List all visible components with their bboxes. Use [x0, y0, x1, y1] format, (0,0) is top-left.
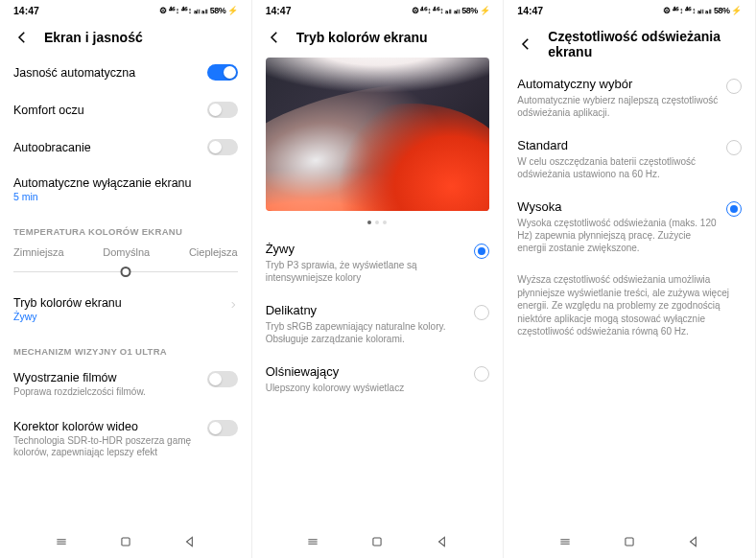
- toggle-auto-rotate[interactable]: [207, 139, 238, 155]
- row-color-mode[interactable]: Tryb kolorów ekranu Żywy: [13, 286, 238, 333]
- section-o1-ultra: MECHANIZM WIZYJNY O1 ULTRA: [13, 333, 238, 360]
- content: Żywy Tryb P3 sprawia, że wyświetlane są …: [252, 54, 504, 533]
- sub: Technologia SDR-to-HDR poszerza gamę kol…: [13, 435, 200, 459]
- row-sharpen-videos[interactable]: Wyostrzanie filmów Poprawa rozdzielczośc…: [13, 360, 238, 409]
- label: Wyostrzanie filmów: [13, 371, 200, 384]
- radio-high[interactable]: [726, 201, 742, 217]
- chevron-right-icon: [228, 296, 238, 306]
- option-standard[interactable]: Standard W celu oszczędzania baterii czę…: [517, 128, 742, 190]
- status-time: 14:47: [13, 5, 39, 16]
- color-preview-image: [266, 58, 490, 211]
- screen-color-mode: 14:47 ⚙ ⁴⁶↕ ⁴⁶↕ ₐₗₗ ₐₗₗ 58% ⚡ Tryb kolor…: [252, 0, 505, 558]
- app-bar: Ekran i jasność: [0, 19, 251, 54]
- status-icons: ⚙ ⁴⁶↕ ⁴⁶↕ ₐₗₗ ₐₗₗ 58% ⚡: [663, 6, 742, 15]
- radio-gentle[interactable]: [474, 305, 489, 320]
- nav-back-icon[interactable]: [436, 535, 449, 552]
- row-auto-rotate[interactable]: Autoobracanie: [13, 128, 238, 166]
- temp-warm: Cieplejsza: [189, 246, 238, 258]
- section-color-temperature: TEMPERATURA KOLORÓW EKRANU: [13, 213, 238, 241]
- page-title: Częstotliwość odświeżania ekranu: [548, 29, 742, 59]
- label: Żywy: [266, 242, 467, 256]
- label: Jasność automatyczna: [13, 66, 200, 80]
- nav-back-icon[interactable]: [183, 535, 197, 552]
- refresh-rate-note: Wyższa częstotliwość odświeżania umożliw…: [517, 264, 742, 348]
- sub: Poprawa rozdzielczości filmów.: [13, 386, 200, 399]
- status-bar: 14:47 ⚙ ⁴⁶↕ ⁴⁶↕ ₐₗₗ ₐₗₗ 58% ⚡: [252, 0, 504, 19]
- sub: Tryb P3 sprawia, że wyświetlane są inten…: [266, 259, 467, 284]
- page-title: Ekran i jasność: [44, 30, 143, 45]
- label: Delikatny: [266, 303, 467, 317]
- label: Automatyczne wyłączanie ekranu: [13, 176, 230, 190]
- sub: Ulepszony kolorowy wyświetlacz: [266, 382, 467, 394]
- back-icon[interactable]: [266, 29, 283, 46]
- nav-back-icon[interactable]: [687, 535, 700, 552]
- temperature-slider[interactable]: [13, 271, 238, 272]
- dot[interactable]: [383, 221, 387, 224]
- option-vivid[interactable]: Żywy Tryb P3 sprawia, że wyświetlane są …: [266, 232, 490, 293]
- dot[interactable]: [375, 221, 379, 224]
- label: Wysoka: [517, 199, 719, 214]
- nav-recent-icon[interactable]: [558, 535, 572, 552]
- radio-vivid[interactable]: [474, 244, 489, 259]
- dot[interactable]: [367, 221, 371, 224]
- label: Korektor kolorów wideo: [13, 420, 200, 433]
- svg-rect-1: [373, 538, 381, 546]
- nav-home-icon[interactable]: [370, 535, 384, 552]
- nav-bar: [0, 533, 251, 558]
- page-title: Tryb kolorów ekranu: [296, 30, 428, 45]
- status-icons: ⚙ ⁴⁶↕ ⁴⁶↕ ₐₗₗ ₐₗₗ 58% ⚡: [412, 6, 490, 15]
- label: Tryb kolorów ekranu: [13, 296, 221, 310]
- slider-thumb[interactable]: [120, 267, 130, 277]
- sub: Automatycznie wybierz najlepszą częstotl…: [517, 94, 719, 119]
- status-bar: 14:47 ⚙ ⁴⁶↕ ⁴⁶↕ ₐₗₗ ₐₗₗ 58% ⚡: [504, 0, 755, 19]
- row-eye-comfort[interactable]: Komfort oczu: [13, 91, 238, 128]
- status-time: 14:47: [266, 5, 292, 16]
- svg-rect-0: [122, 538, 130, 546]
- sub: W celu oszczędzania baterii częstotliwoś…: [517, 155, 719, 180]
- toggle-eye-comfort[interactable]: [207, 102, 238, 118]
- temp-cold: Zimniejsza: [13, 246, 64, 258]
- row-screen-timeout[interactable]: Automatyczne wyłączanie ekranu 5 min: [13, 166, 238, 213]
- label: Olśniewający: [266, 364, 467, 379]
- toggle-sharpen[interactable]: [207, 371, 238, 387]
- option-high[interactable]: Wysoka Wysoka częstotliwość odświeżania …: [517, 190, 742, 264]
- toggle-color-correct[interactable]: [207, 420, 238, 436]
- app-bar: Częstotliwość odświeżania ekranu: [504, 19, 755, 67]
- temperature-labels: Zimniejsza Domyślna Cieplejsza: [13, 241, 238, 266]
- radio-standard[interactable]: [726, 140, 742, 155]
- status-bar: 14:47 ⚙ ⁴⁶↕ ⁴⁶↕ ₐₗₗ ₐₗₗ 58% ⚡: [0, 0, 251, 19]
- sub: Tryb sRGB zapewniający naturalne kolory.…: [266, 320, 467, 345]
- temp-default: Domyślna: [103, 246, 150, 258]
- content: Jasność automatyczna Komfort oczu Autoob…: [0, 54, 251, 533]
- row-video-color-correct[interactable]: Korektor kolorów wideo Technologia SDR-t…: [13, 409, 238, 470]
- pager-dots: [266, 217, 490, 232]
- screen-refresh-rate: 14:47 ⚙ ⁴⁶↕ ⁴⁶↕ ₐₗₗ ₐₗₗ 58% ⚡ Częstotliw…: [504, 0, 756, 558]
- option-gentle[interactable]: Delikatny Tryb sRGB zapewniający natural…: [266, 293, 490, 355]
- label: Automatyczny wybór: [517, 77, 719, 91]
- value: Żywy: [13, 311, 221, 322]
- toggle-auto-brightness[interactable]: [207, 64, 238, 81]
- label: Standard: [517, 138, 719, 152]
- nav-recent-icon[interactable]: [306, 535, 319, 552]
- option-dazzling[interactable]: Olśniewający Ulepszony kolorowy wyświetl…: [266, 355, 490, 404]
- screen-display-brightness: 14:47 ⚙ ⁴⁶↕ ⁴⁶↕ ₐₗₗ ₐₗₗ 58% ⚡ Ekran i ja…: [0, 0, 252, 558]
- back-icon[interactable]: [517, 35, 534, 53]
- nav-recent-icon[interactable]: [55, 535, 68, 552]
- radio-auto[interactable]: [726, 79, 742, 94]
- app-bar: Tryb kolorów ekranu: [252, 19, 504, 54]
- option-auto[interactable]: Automatyczny wybór Automatycznie wybierz…: [517, 67, 742, 128]
- label: Komfort oczu: [13, 104, 200, 117]
- status-time: 14:47: [517, 5, 543, 16]
- nav-home-icon[interactable]: [119, 535, 132, 552]
- label: Autoobracanie: [13, 141, 200, 154]
- svg-rect-2: [626, 538, 633, 546]
- status-icons: ⚙ ⁴⁶↕ ⁴⁶↕ ₐₗₗ ₐₗₗ 58% ⚡: [159, 6, 238, 15]
- back-icon[interactable]: [13, 29, 31, 46]
- nav-bar: [252, 533, 504, 558]
- value: 5 min: [13, 191, 230, 202]
- nav-bar: [504, 533, 755, 558]
- nav-home-icon[interactable]: [623, 535, 636, 552]
- content: Automatyczny wybór Automatycznie wybierz…: [504, 67, 755, 533]
- radio-dazzling[interactable]: [474, 366, 489, 382]
- row-auto-brightness[interactable]: Jasność automatyczna: [13, 54, 238, 91]
